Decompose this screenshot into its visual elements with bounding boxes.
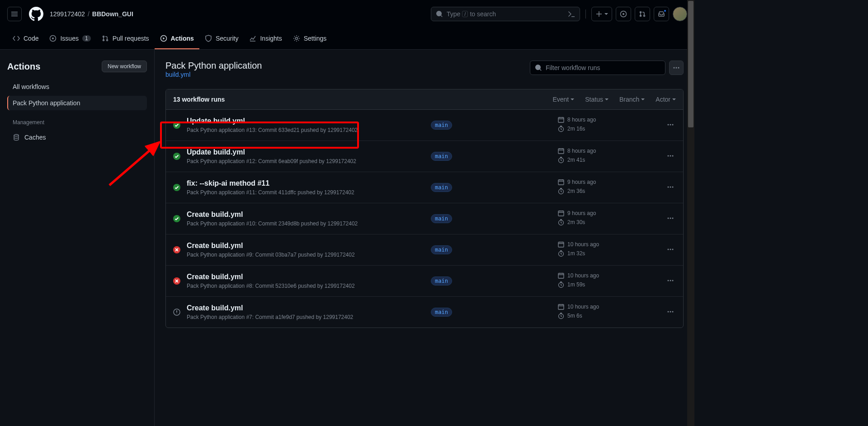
- check-circle-icon: [173, 184, 180, 191]
- tab-actions[interactable]: Actions: [155, 28, 199, 49]
- create-new-button[interactable]: [591, 7, 612, 21]
- stop-circle-icon: [173, 309, 180, 316]
- kebab-icon: [667, 246, 674, 253]
- stopwatch-icon: [557, 281, 565, 288]
- search-placeholder-type: Type: [447, 10, 460, 18]
- run-title-link[interactable]: Update build.yml: [187, 117, 431, 125]
- kebab-icon: [667, 308, 674, 315]
- branch-pill[interactable]: main: [431, 183, 452, 192]
- run-menu-button[interactable]: [665, 150, 676, 163]
- runs-header: 13 workflow runs Event Status Branch Act…: [166, 89, 683, 110]
- kebab-icon: [667, 277, 674, 284]
- main-content: Pack Python application build.yml Filter…: [155, 50, 694, 426]
- tab-issues[interactable]: Issues 1: [44, 28, 96, 49]
- actions-sidebar: Actions New workflow All workflows Pack …: [0, 50, 155, 426]
- tab-insights[interactable]: Insights: [244, 28, 287, 49]
- kebab-icon: [667, 152, 674, 159]
- filter-branch[interactable]: Branch: [619, 96, 645, 103]
- pull-request-icon: [102, 35, 109, 42]
- run-menu-button[interactable]: [665, 244, 676, 256]
- run-menu-button[interactable]: [665, 306, 676, 318]
- run-menu-button[interactable]: [665, 182, 676, 194]
- hamburger-button[interactable]: [7, 7, 22, 21]
- tab-issues-label: Issues: [60, 35, 78, 42]
- filter-placeholder: Filter workflow runs: [546, 64, 600, 71]
- new-workflow-button[interactable]: New workflow: [102, 61, 147, 72]
- run-title-link[interactable]: Update build.yml: [187, 148, 431, 156]
- svg-point-38: [670, 248, 671, 250]
- run-row: Update build.ymlPack Python application …: [166, 110, 683, 141]
- tab-settings[interactable]: Settings: [288, 28, 332, 49]
- run-subtitle: Pack Python application #10: Commit 2349…: [187, 220, 431, 227]
- run-subtitle: Pack Python application #7: Commit a1fe9…: [187, 314, 431, 320]
- filter-status[interactable]: Status: [585, 96, 609, 103]
- workflow-file-link[interactable]: build.yml: [165, 71, 190, 78]
- filter-actor[interactable]: Actor: [656, 96, 676, 103]
- issues-button[interactable]: [616, 7, 631, 21]
- code-icon: [13, 35, 20, 42]
- run-menu-button[interactable]: [665, 213, 676, 225]
- search-input[interactable]: Type / to search: [431, 7, 580, 21]
- filter-event[interactable]: Event: [552, 96, 574, 103]
- branch-pill[interactable]: main: [431, 152, 452, 161]
- run-row: fix: --skip-ai method #11Pack Python app…: [166, 172, 683, 203]
- kebab-icon: [667, 183, 674, 191]
- run-row: Create build.ymlPack Python application …: [166, 234, 683, 266]
- user-avatar[interactable]: [673, 7, 687, 21]
- run-title-link[interactable]: Create build.yml: [187, 242, 431, 250]
- branch-pill[interactable]: main: [431, 214, 452, 223]
- search-icon: [535, 64, 542, 71]
- repo-link[interactable]: BBDown_GUI: [92, 10, 133, 18]
- workflow-menu-button[interactable]: [669, 61, 684, 75]
- branch-pill[interactable]: main: [431, 308, 452, 317]
- svg-point-5: [295, 37, 297, 39]
- filter-input[interactable]: Filter workflow runs: [530, 61, 665, 75]
- svg-point-37: [668, 248, 669, 250]
- svg-point-20: [670, 155, 671, 156]
- branch-pill[interactable]: main: [431, 276, 452, 286]
- run-menu-button[interactable]: [665, 275, 676, 287]
- notifications-button[interactable]: [654, 7, 669, 21]
- branch-pill[interactable]: main: [431, 121, 452, 130]
- run-title-link[interactable]: Create build.yml: [187, 211, 431, 219]
- svg-point-7: [674, 67, 675, 69]
- run-duration: 2m 36s: [557, 187, 625, 195]
- search-slash-key: /: [462, 11, 468, 17]
- tab-pulls[interactable]: Pull requests: [96, 28, 155, 49]
- plus-icon: [595, 10, 603, 18]
- stopwatch-icon: [557, 312, 565, 319]
- check-circle-icon: [173, 122, 180, 129]
- run-time: 10 hours ago: [557, 303, 625, 310]
- svg-point-9: [678, 67, 679, 69]
- branch-pill[interactable]: main: [431, 245, 452, 254]
- owner-link[interactable]: 1299172402: [50, 10, 85, 18]
- run-row: Create build.ymlPack Python application …: [166, 266, 683, 297]
- tab-insights-label: Insights: [260, 35, 282, 42]
- scrollbar[interactable]: [687, 0, 694, 426]
- svg-point-26: [670, 186, 671, 187]
- run-title-link[interactable]: Create build.yml: [187, 273, 431, 281]
- run-duration: 2m 41s: [557, 156, 625, 164]
- header-separator: [585, 9, 586, 19]
- svg-point-51: [672, 311, 674, 312]
- sidebar-title: Actions: [7, 61, 40, 72]
- run-title-link[interactable]: fix: --skip-ai method #11: [187, 179, 431, 187]
- tab-code[interactable]: Code: [7, 28, 44, 49]
- run-menu-button[interactable]: [665, 119, 676, 131]
- pull-requests-button[interactable]: [635, 7, 650, 21]
- tab-actions-label: Actions: [171, 35, 194, 42]
- tab-security[interactable]: Security: [199, 28, 244, 49]
- calendar-icon: [557, 303, 565, 310]
- run-time: 10 hours ago: [557, 272, 625, 279]
- caches-item[interactable]: Caches: [7, 130, 147, 145]
- all-workflows-item[interactable]: All workflows: [7, 80, 147, 94]
- svg-point-15: [672, 124, 674, 125]
- run-duration: 1m 32s: [557, 250, 625, 257]
- github-logo-icon[interactable]: [29, 7, 43, 21]
- run-title-link[interactable]: Create build.yml: [187, 304, 431, 312]
- calendar-icon: [557, 272, 565, 279]
- workflow-item-selected[interactable]: Pack Python application: [7, 96, 147, 110]
- runs-list: 13 workflow runs Event Status Branch Act…: [165, 89, 684, 328]
- scrollbar-thumb[interactable]: [688, 1, 693, 127]
- caret-down-icon: [605, 98, 609, 101]
